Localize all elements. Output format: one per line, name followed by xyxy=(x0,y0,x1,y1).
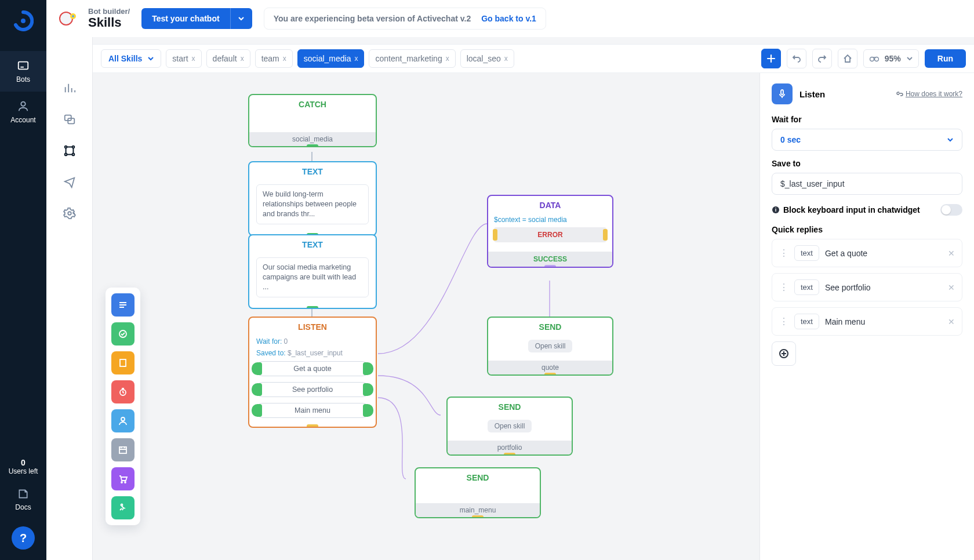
nav-account-label: Account xyxy=(10,116,35,124)
broadcast-icon[interactable] xyxy=(63,175,77,189)
link-icon xyxy=(896,90,903,97)
palette-data[interactable] xyxy=(111,351,135,374)
nav-docs[interactable]: Docs xyxy=(15,481,31,518)
quick-reply-item[interactable]: ⋮textSee portfolio✕ xyxy=(772,273,962,301)
flow-icon[interactable] xyxy=(63,144,77,158)
drag-handle-icon[interactable]: ⋮ xyxy=(779,282,788,293)
palette-calendar[interactable] xyxy=(111,438,135,461)
quick-reply-node[interactable]: See portfolio xyxy=(255,382,370,397)
tab-close-icon[interactable]: x xyxy=(446,54,449,63)
zoom-value: 95% xyxy=(885,54,901,63)
reply-type[interactable]: text xyxy=(794,245,819,261)
reply-text: See portfolio xyxy=(825,283,942,292)
add-skill-button[interactable] xyxy=(761,49,781,68)
node-text-1[interactable]: TEXT We build long-term relationships be… xyxy=(248,161,377,236)
nav-bots[interactable]: Bots xyxy=(0,51,46,92)
drag-handle-icon[interactable]: ⋮ xyxy=(779,316,788,327)
tab-close-icon[interactable]: x xyxy=(354,54,358,63)
wait-for-label: Wait for xyxy=(772,115,962,124)
quick-reply-node[interactable]: Get a quote xyxy=(255,361,370,376)
chat-icon[interactable] xyxy=(63,112,77,126)
svg-point-9 xyxy=(68,212,71,215)
quick-reply-item[interactable]: ⋮textGet a quote✕ xyxy=(772,239,962,267)
brand-badge xyxy=(57,7,80,30)
wait-for-select[interactable]: 0 sec xyxy=(772,129,962,151)
node-send-portfolio[interactable]: SEND Open skill portfolio xyxy=(446,397,573,456)
nav-docs-label: Docs xyxy=(15,503,31,511)
drag-handle-icon[interactable]: ⋮ xyxy=(779,248,788,259)
reply-type[interactable]: text xyxy=(794,279,819,295)
chevron-down-icon xyxy=(947,136,954,143)
svg-text:i: i xyxy=(775,207,777,213)
block-keyboard-label: i Block keyboard input in chatwidget xyxy=(772,205,920,214)
home-button[interactable] xyxy=(838,49,857,68)
node-pill: Open skill xyxy=(488,420,532,432)
test-chatbot-button[interactable]: Test your chatbot xyxy=(141,8,252,29)
tab-content_marketing[interactable]: content_marketingx xyxy=(369,49,455,68)
undo-button[interactable] xyxy=(787,49,806,68)
panel-title: Listen xyxy=(799,89,825,99)
primary-sidebar: Bots Account 0 Users left Docs ? xyxy=(0,0,46,560)
stats-icon[interactable] xyxy=(63,81,77,95)
tab-social_media[interactable]: social_mediax xyxy=(297,49,365,68)
palette-run[interactable] xyxy=(111,496,135,519)
palette-text[interactable] xyxy=(111,293,135,317)
settings-icon[interactable] xyxy=(63,206,77,220)
node-data[interactable]: DATA $context = social media ERROR SUCCE… xyxy=(487,195,613,268)
reply-type[interactable]: text xyxy=(794,314,819,329)
tab-close-icon[interactable]: x xyxy=(241,54,244,63)
quick-replies-label: Quick replies xyxy=(772,225,962,234)
users-left-number: 0 xyxy=(9,458,38,467)
save-to-input[interactable] xyxy=(772,173,962,195)
node-text-2[interactable]: TEXT Our social media marketing campaign… xyxy=(248,234,377,309)
binoculars-icon xyxy=(870,55,879,62)
svg-point-20 xyxy=(121,482,122,483)
help-link[interactable]: How does it work? xyxy=(896,90,962,98)
wait-for-value: 0 sec xyxy=(780,135,801,144)
tab-close-icon[interactable]: x xyxy=(504,54,508,63)
palette-timer[interactable] xyxy=(111,380,135,403)
tab-all-skills[interactable]: All Skills xyxy=(101,49,161,68)
test-chatbot-label[interactable]: Test your chatbot xyxy=(141,8,230,29)
node-footer: quote xyxy=(488,361,612,374)
palette-cart[interactable] xyxy=(111,467,135,490)
redo-button[interactable] xyxy=(812,49,832,68)
node-footer: social_media xyxy=(249,132,376,146)
svg-point-7 xyxy=(64,154,67,156)
remove-reply-icon[interactable]: ✕ xyxy=(948,317,955,326)
node-expression: $context = social media xyxy=(488,213,612,224)
run-button[interactable]: Run xyxy=(925,49,966,68)
quick-reply-item[interactable]: ⋮textMain menu✕ xyxy=(772,307,962,336)
palette-action[interactable] xyxy=(111,322,135,346)
breadcrumb-top: Bot builder/ xyxy=(88,8,130,16)
users-left-label: Users left xyxy=(9,467,38,475)
remove-reply-icon[interactable]: ✕ xyxy=(948,283,955,292)
back-to-v1-link[interactable]: Go back to v.1 xyxy=(481,14,536,23)
tab-team[interactable]: teamx xyxy=(255,49,293,68)
palette-user[interactable] xyxy=(111,409,135,432)
node-send-mainmenu[interactable]: SEND main_menu xyxy=(415,467,541,518)
block-keyboard-toggle[interactable] xyxy=(940,204,962,216)
header: Bot builder/ Skills Test your chatbot Yo… xyxy=(46,0,974,37)
add-reply-button[interactable] xyxy=(772,341,796,366)
node-title: SEND xyxy=(488,318,612,335)
tab-default[interactable]: defaultx xyxy=(206,49,250,68)
svg-point-22 xyxy=(121,504,123,506)
zoom-control[interactable]: 95% xyxy=(863,49,919,68)
tab-local_seo[interactable]: local_seox xyxy=(460,49,514,68)
nav-account[interactable]: Account xyxy=(0,92,46,132)
node-catch[interactable]: CATCH social_media xyxy=(248,94,377,147)
tab-start[interactable]: startx xyxy=(166,49,201,68)
page-title: Skills xyxy=(88,16,130,30)
app-logo xyxy=(13,0,34,51)
node-listen[interactable]: LISTEN Wait for: 0 Saved to: $_last_user… xyxy=(248,317,377,428)
tab-close-icon[interactable]: x xyxy=(192,54,195,63)
test-chatbot-dropdown[interactable] xyxy=(230,8,252,29)
node-footer: portfolio xyxy=(448,441,572,454)
remove-reply-icon[interactable]: ✕ xyxy=(948,249,955,258)
node-title: SEND xyxy=(448,398,572,415)
help-button[interactable]: ? xyxy=(12,526,35,550)
quick-reply-node[interactable]: Main menu xyxy=(255,403,370,418)
node-send-quote[interactable]: SEND Open skill quote xyxy=(487,317,613,376)
tab-close-icon[interactable]: x xyxy=(283,54,286,63)
